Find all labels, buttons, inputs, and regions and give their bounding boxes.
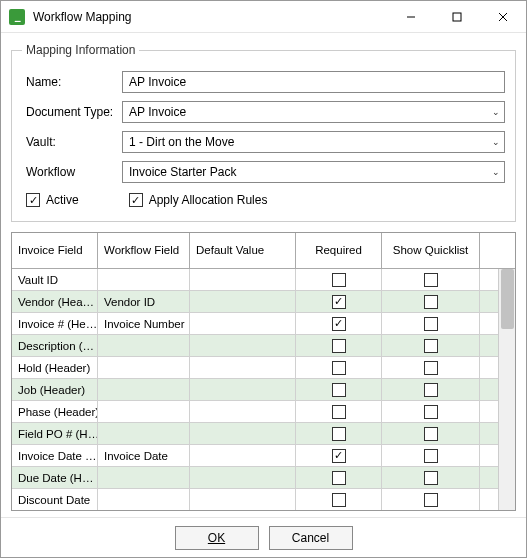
cancel-label: Cancel (292, 531, 329, 545)
ok-button[interactable]: OK (175, 526, 259, 550)
cell-show-quicklist[interactable] (382, 445, 480, 466)
cell-show-quicklist[interactable] (382, 335, 480, 356)
cell-required[interactable] (296, 489, 382, 510)
cell-default-value (190, 291, 296, 312)
checkbox-icon (424, 471, 438, 485)
cell-required[interactable] (296, 357, 382, 378)
cell-required[interactable] (296, 269, 382, 290)
cell-show-quicklist[interactable] (382, 357, 480, 378)
active-checkbox[interactable]: Active (26, 193, 79, 207)
cell-required[interactable] (296, 423, 382, 444)
cell-required[interactable] (296, 313, 382, 334)
maximize-button[interactable] (434, 1, 480, 32)
apply-rules-label: Apply Allocation Rules (149, 193, 268, 207)
name-input[interactable] (122, 71, 505, 93)
header-default-value[interactable]: Default Value (190, 233, 296, 268)
cell-required[interactable] (296, 445, 382, 466)
checkbox-icon (424, 493, 438, 507)
content: Mapping Information Name: Document Type:… (1, 33, 526, 517)
cell-show-quicklist[interactable] (382, 379, 480, 400)
cell-show-quicklist[interactable] (382, 291, 480, 312)
table-row[interactable]: Invoice # (He…Invoice Number (12, 313, 515, 335)
checkbox-icon (332, 361, 346, 375)
workflow-value: Invoice Starter Pack (122, 161, 505, 183)
cell-default-value (190, 401, 296, 422)
cell-required[interactable] (296, 401, 382, 422)
scrollbar-thumb[interactable] (501, 269, 514, 329)
cell-workflow-field (98, 335, 190, 356)
cell-invoice-field: Description (… (12, 335, 98, 356)
scrollbar[interactable] (498, 269, 515, 510)
cell-required[interactable] (296, 379, 382, 400)
table-row[interactable]: Vendor (Hea…Vendor ID (12, 291, 515, 313)
cell-invoice-field: Vault ID (12, 269, 98, 290)
cell-workflow-field: Vendor ID (98, 291, 190, 312)
cancel-button[interactable]: Cancel (269, 526, 353, 550)
checkbox-icon (424, 295, 438, 309)
header-workflow-field[interactable]: Workflow Field (98, 233, 190, 268)
cell-workflow-field: Invoice Number (98, 313, 190, 334)
cell-invoice-field: Field PO # (H… (12, 423, 98, 444)
vault-select[interactable]: 1 - Dirt on the Move ⌄ (122, 131, 505, 153)
cell-workflow-field (98, 401, 190, 422)
document-type-label: Document Type: (22, 105, 122, 119)
header-show-quicklist[interactable]: Show Quicklist (382, 233, 480, 268)
checkbox-icon (424, 273, 438, 287)
document-type-select[interactable]: AP Invoice ⌄ (122, 101, 505, 123)
cell-default-value (190, 335, 296, 356)
table-row[interactable]: Invoice Date …Invoice Date (12, 445, 515, 467)
grid-body: Vault IDVendor (Hea…Vendor IDInvoice # (… (12, 269, 515, 510)
table-row[interactable]: Due Date (H… (12, 467, 515, 489)
checkbox-icon (332, 493, 346, 507)
cell-default-value (190, 357, 296, 378)
checkbox-icon (332, 273, 346, 287)
table-row[interactable]: Vault ID (12, 269, 515, 291)
cell-invoice-field: Hold (Header) (12, 357, 98, 378)
svg-rect-1 (453, 13, 461, 21)
cell-required[interactable] (296, 335, 382, 356)
cell-show-quicklist[interactable] (382, 489, 480, 510)
minimize-icon (406, 12, 416, 22)
cell-show-quicklist[interactable] (382, 401, 480, 422)
cell-required[interactable] (296, 467, 382, 488)
checkbox-icon (332, 383, 346, 397)
checkbox-icon (424, 361, 438, 375)
cell-show-quicklist[interactable] (382, 423, 480, 444)
header-required[interactable]: Required (296, 233, 382, 268)
cell-required[interactable] (296, 291, 382, 312)
cell-invoice-field: Job (Header) (12, 379, 98, 400)
workflow-label: Workflow (22, 165, 122, 179)
cell-workflow-field (98, 423, 190, 444)
workflow-select[interactable]: Invoice Starter Pack ⌄ (122, 161, 505, 183)
table-row[interactable]: Discount Date (12, 489, 515, 510)
cell-show-quicklist[interactable] (382, 269, 480, 290)
titlebar: ⎯ Workflow Mapping (1, 1, 526, 33)
window-controls (388, 1, 526, 32)
apply-allocation-rules-checkbox[interactable]: Apply Allocation Rules (129, 193, 268, 207)
close-button[interactable] (480, 1, 526, 32)
cell-workflow-field (98, 269, 190, 290)
checkbox-icon (129, 193, 143, 207)
cell-show-quicklist[interactable] (382, 313, 480, 334)
mapping-legend: Mapping Information (22, 43, 139, 57)
table-row[interactable]: Phase (Header) (12, 401, 515, 423)
name-label: Name: (22, 75, 122, 89)
table-row[interactable]: Hold (Header) (12, 357, 515, 379)
minimize-button[interactable] (388, 1, 434, 32)
cell-workflow-field (98, 489, 190, 510)
checkbox-icon (332, 449, 346, 463)
app-icon: ⎯ (9, 9, 25, 25)
cell-invoice-field: Vendor (Hea… (12, 291, 98, 312)
checkbox-icon (424, 405, 438, 419)
cell-invoice-field: Invoice # (He… (12, 313, 98, 334)
cell-show-quicklist[interactable] (382, 467, 480, 488)
cell-workflow-field (98, 357, 190, 378)
row-name: Name: (22, 71, 505, 93)
checkbox-icon (424, 339, 438, 353)
checkbox-icon (332, 339, 346, 353)
header-invoice-field[interactable]: Invoice Field (12, 233, 98, 268)
window: ⎯ Workflow Mapping Mapping Information N… (0, 0, 527, 558)
table-row[interactable]: Field PO # (H… (12, 423, 515, 445)
table-row[interactable]: Job (Header) (12, 379, 515, 401)
table-row[interactable]: Description (… (12, 335, 515, 357)
